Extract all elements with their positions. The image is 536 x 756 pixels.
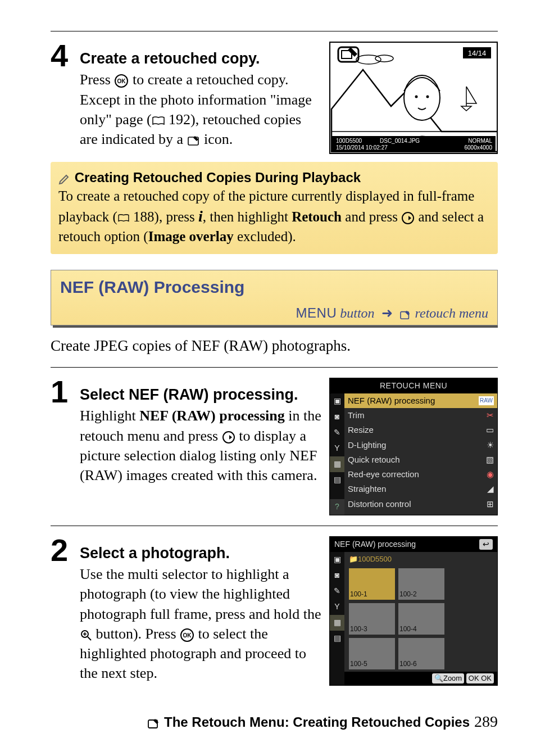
thumbnail-selected[interactable]: 100-1: [349, 568, 395, 600]
divider-step2: [51, 526, 498, 526]
tab-pencil-icon: ✎: [330, 583, 344, 599]
thumbnail[interactable]: 100-4: [398, 603, 444, 635]
svg-text:NORMAL: NORMAL: [468, 138, 492, 144]
i-button-icon: i: [198, 207, 203, 225]
folder-label: 📁100D5500: [344, 552, 497, 567]
list-item[interactable]: Straighten◢: [344, 482, 497, 496]
divider-top: [51, 31, 498, 31]
multi-selector-right-icon: [401, 211, 415, 225]
retouch-icon: [187, 135, 201, 146]
retouch-menu-title: RETOUCH MENU: [330, 378, 497, 393]
thumbnail[interactable]: 100-5: [349, 638, 395, 669]
svg-point-10: [415, 96, 418, 98]
list-item[interactable]: NEF (RAW) processingRAW: [344, 393, 497, 408]
tab-pencil-icon: ✎: [330, 425, 344, 441]
pencil-note-icon: [58, 173, 71, 185]
note-title: Creating Retouched Copies During Playbac…: [58, 169, 490, 187]
nef-intro: Create JPEG copies of NEF (RAW) photogra…: [51, 336, 498, 356]
step-number: 2: [51, 536, 72, 686]
svg-text:6000x4000: 6000x4000: [465, 144, 493, 151]
svg-text:15/10/2014 10:02:27: 15/10/2014 10:02:27: [336, 144, 388, 151]
nef-proc-footer: 🔍Zoom OK OK: [344, 672, 497, 685]
multi-selector-right-icon: [222, 431, 235, 444]
step-number: 1: [51, 378, 72, 515]
svg-point-18: [402, 212, 414, 224]
tab-playback-icon: ▣: [330, 552, 344, 568]
svg-point-9: [404, 75, 440, 120]
tab-wrench-icon: Y: [330, 599, 344, 615]
tab-recent-icon: ▤: [330, 472, 344, 488]
step-4-text: Press OK to create a retouched copy. Exc…: [80, 70, 317, 148]
nef-title: NEF (RAW) Processing: [60, 276, 488, 299]
back-icon: ↩: [479, 539, 493, 550]
svg-text:OK: OK: [183, 632, 192, 639]
nef-processing-screenshot: NEF (RAW) processing ↩ ▣ ◙ ✎ Y ▦ ▤ 📁100D…: [329, 536, 498, 686]
list-item[interactable]: Quick retouch▧: [344, 452, 497, 467]
svg-text:OK: OK: [117, 78, 126, 84]
tab-camera-icon: ◙: [330, 568, 344, 583]
retouch-menu-screenshot: RETOUCH MENU ▣ ◙ ✎ Y ▦ ▤ ? NEF (RAW) pro…: [329, 378, 498, 515]
svg-line-22: [88, 637, 91, 640]
svg-point-20: [223, 432, 234, 443]
list-item[interactable]: D-Lighting☀: [344, 438, 497, 452]
retouch-menu-list: NEF (RAW) processingRAW Trim✂ Resize▭ D-…: [344, 393, 497, 515]
list-item[interactable]: Red-eye correction◉: [344, 467, 497, 482]
step-1-heading: Select NEF (RAW) processing.: [80, 384, 321, 405]
step-number: 4: [51, 42, 72, 154]
step-1-text: Highlight NEF (RAW) processing in the re…: [80, 406, 321, 485]
tab-camera-icon: ◙: [330, 409, 344, 425]
svg-point-11: [426, 96, 429, 98]
ok-icon: OK: [180, 628, 194, 642]
step-4-preview-image: 14/14 100D5500 DSC_0014.JPG NORMAL 15/10…: [329, 42, 498, 154]
page-footer: The Retouch Menu: Creating Retouched Cop…: [0, 711, 498, 732]
book-icon: [152, 116, 165, 126]
list-item[interactable]: Resize▭: [344, 423, 497, 437]
step-4: 4 Create a retouched copy. Press OK to c…: [51, 42, 498, 154]
list-item[interactable]: Distortion control⊞: [344, 497, 497, 511]
step-2-heading: Select a photograph.: [80, 543, 321, 563]
ok-icon: OK: [114, 74, 129, 88]
thumbnail[interactable]: 100-6: [398, 638, 444, 669]
svg-text:DSC_0014.JPG: DSC_0014.JPG: [380, 138, 420, 144]
nef-section-header: NEF (RAW) Processing MENU button ➜ retou…: [51, 270, 498, 325]
menu-tabs: ▣ ◙ ✎ Y ▦ ▤: [330, 552, 344, 685]
list-item[interactable]: Trim✂: [344, 408, 497, 423]
note-body: To create a retouched copy of the pictur…: [58, 187, 490, 246]
magnify-plus-icon: [80, 629, 92, 641]
retouch-footer-icon: [147, 718, 161, 729]
book-icon: [117, 214, 130, 223]
thumbnail[interactable]: 100-2: [398, 568, 444, 600]
zoom-hint: 🔍Zoom: [432, 673, 464, 683]
note-creating-retouched: Creating Retouched Copies During Playbac…: [51, 162, 498, 254]
step-2: 2 Select a photograph. Use the multi sel…: [51, 536, 498, 686]
ok-hint: OK OK: [466, 673, 494, 683]
retouch-menu-icon: [399, 310, 412, 320]
nef-proc-title: NEF (RAW) processing: [334, 539, 416, 550]
menu-tabs: ▣ ◙ ✎ Y ▦ ▤ ?: [330, 393, 344, 515]
divider-step1: [51, 367, 498, 368]
tab-retouch-icon: ▦: [330, 456, 344, 472]
tab-recent-icon: ▤: [330, 631, 344, 646]
tab-playback-icon: ▣: [330, 393, 344, 409]
thumbnail[interactable]: 100-3: [349, 603, 395, 635]
step-4-heading: Create a retouched copy.: [80, 48, 317, 69]
nef-menu-path: MENU button ➜ retouch menu: [60, 304, 488, 322]
step-2-text: Use the multi selector to highlight a ph…: [80, 564, 321, 683]
image-counter: 14/14: [468, 49, 487, 57]
tab-help-icon: ?: [330, 499, 344, 515]
svg-text:100D5500: 100D5500: [336, 138, 362, 144]
thumbnail-grid: 100-1 100-2 100-3 100-4 100-5 100-6: [344, 566, 497, 672]
step-1: 1 Select NEF (RAW) processing. Highlight…: [51, 378, 498, 515]
tab-retouch-icon: ▦: [330, 615, 344, 631]
tab-wrench-icon: Y: [330, 441, 344, 456]
